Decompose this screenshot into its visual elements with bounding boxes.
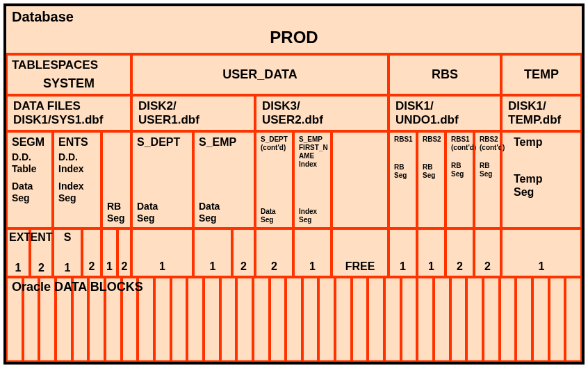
datablocks-row: Oracle DATA BLOCKS (6, 277, 582, 362)
data-block (516, 277, 532, 362)
extent-11: FREE (332, 228, 389, 277)
data-block (434, 277, 450, 362)
datafiles-label: DATA FILES (13, 99, 124, 113)
data-block (154, 277, 171, 362)
extents-row: EXT 1 ENT 2 S 1 2 1 2 1 1 2 2 1 FREE 1 1… (6, 228, 582, 277)
segment-8: RBS2 RBSeg (417, 131, 446, 228)
data-block (302, 277, 319, 362)
tablespace-3: TEMP (501, 54, 582, 95)
extents-label-part3: S (64, 231, 72, 244)
segment-9: RBS1(cont'd) RBSeg (446, 131, 474, 228)
segment-empty (332, 131, 389, 228)
segment-10: RBS2(cont'd) RBSeg (474, 131, 501, 228)
extents-label-part: EXT (9, 231, 31, 244)
datafiles-cell-0: DATA FILES DISK1/SYS1.dbf (6, 95, 131, 131)
database-storage-diagram: Database PROD TABLESPACES SYSTEM USER_DA… (3, 3, 585, 365)
data-block (236, 277, 253, 362)
data-block (483, 277, 500, 362)
segment-0: SEGM D.D.Table DataSeg (6, 131, 53, 228)
extent-0: EXT 1 (6, 228, 30, 277)
data-block (187, 277, 204, 362)
data-block (368, 277, 384, 362)
segment-11: Temp TempSeg (501, 131, 582, 228)
data-block (286, 277, 302, 362)
tablespaces-system-cell: TABLESPACES SYSTEM (6, 54, 131, 95)
data-block (270, 277, 286, 362)
extent-8: 2 (232, 228, 255, 277)
segments-label-part: SEGM (12, 135, 47, 149)
data-block (318, 277, 335, 362)
datafile-4: DISK1/ TEMP.dbf (501, 95, 582, 131)
database-name: PROD (12, 28, 576, 47)
extents-label-part2: ENT (31, 231, 53, 244)
data-block (466, 277, 483, 362)
extent-13: 1 (417, 228, 446, 277)
data-block (352, 277, 368, 362)
data-block (450, 277, 467, 362)
tablespace-1: USER_DATA (131, 54, 389, 95)
datafile-0: DISK1/SYS1.dbf (13, 113, 124, 127)
segment-3: S_DEPT DataSeg (131, 131, 193, 228)
data-block (171, 277, 188, 362)
data-block (565, 277, 582, 362)
data-block (384, 277, 401, 362)
extent-15: 2 (474, 228, 501, 277)
extent-2: S 1 (53, 228, 82, 277)
data-block (500, 277, 516, 362)
extent-3: 2 (82, 228, 101, 277)
segment-1: ENTS D.D.Index IndexSeg (53, 131, 101, 228)
data-block (335, 277, 352, 362)
segments-row: SEGM D.D.Table DataSeg ENTS D.D.Index In… (6, 131, 582, 228)
data-block (253, 277, 270, 362)
segment-7: RBS1 RBSeg (389, 131, 417, 228)
datafile-1: DISK2/ USER1.dbf (131, 95, 255, 131)
extent-4: 1 (101, 228, 117, 277)
extent-6: 1 (131, 228, 193, 277)
data-block (220, 277, 237, 362)
data-block (417, 277, 434, 362)
extent-1: ENT 2 (30, 228, 53, 277)
tablespaces-row: TABLESPACES SYSTEM USER_DATA RBS TEMP (6, 54, 582, 95)
database-label: Database (12, 9, 576, 25)
extent-14: 2 (446, 228, 474, 277)
extent-10: 1 (293, 228, 332, 277)
extent-12: 1 (389, 228, 417, 277)
data-block (532, 277, 549, 362)
datafiles-row: DATA FILES DISK1/SYS1.dbf DISK2/ USER1.d… (6, 95, 582, 131)
segment-6: S_EMPFIRST_NAMEIndex IndexSeg (293, 131, 332, 228)
extent-16: 1 (501, 228, 582, 277)
extent-7: 1 (193, 228, 232, 277)
datablocks-label: Oracle DATA BLOCKS (12, 280, 143, 294)
data-block (204, 277, 220, 362)
extent-9: 2 (255, 228, 293, 277)
data-block (549, 277, 566, 362)
datafile-3: DISK1/ UNDO1.dbf (389, 95, 501, 131)
segments-label-part2: ENTS (58, 135, 96, 149)
datafile-2: DISK3/ USER2.dbf (255, 95, 389, 131)
segment-5: S_DEPT(cont'd) DataSeg (255, 131, 293, 228)
segment-2: RBSeg (101, 131, 131, 228)
segment-4: S_EMP DataSeg (193, 131, 255, 228)
tablespaces-label: TABLESPACES (12, 58, 98, 72)
database-header: Database PROD (6, 6, 582, 54)
extent-5: 2 (117, 228, 131, 277)
tablespace-2: RBS (389, 54, 501, 95)
data-block (401, 277, 418, 362)
tablespace-0: SYSTEM (43, 76, 95, 91)
